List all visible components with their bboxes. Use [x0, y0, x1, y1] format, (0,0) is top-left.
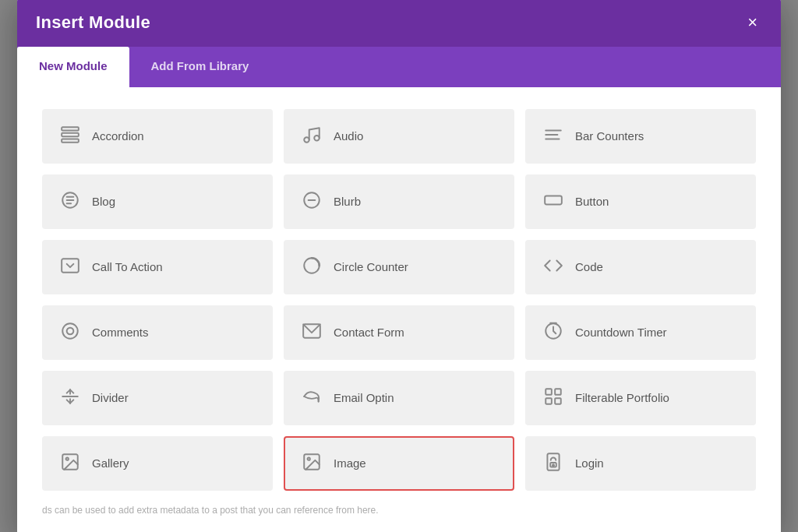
comments-label: Comments	[92, 326, 149, 339]
blurb-label: Blurb	[334, 195, 361, 208]
module-bar-counters[interactable]: Bar Counters	[525, 109, 756, 164]
audio-label: Audio	[334, 129, 363, 143]
email-optin-label: Email Optin	[334, 391, 394, 404]
svg-point-3	[304, 137, 309, 143]
accordion-icon	[59, 125, 81, 148]
tab-bar: New Module Add From Library	[17, 47, 781, 87]
module-accordion[interactable]: Accordion	[42, 109, 273, 164]
svg-point-4	[314, 136, 320, 141]
svg-point-30	[308, 457, 310, 460]
comments-icon	[59, 321, 81, 344]
modal-title: Insert Module	[36, 12, 150, 33]
accordion-label: Accordion	[92, 129, 144, 143]
image-label: Image	[334, 456, 366, 470]
audio-icon	[301, 125, 323, 148]
login-label: Login	[575, 456, 604, 470]
module-email-optin[interactable]: Email Optin	[284, 371, 514, 425]
module-image[interactable]: Image	[284, 436, 514, 491]
tab-add-from-library[interactable]: Add From Library	[129, 47, 271, 87]
footer-note: ds can be used to add extra metadata to …	[42, 505, 756, 516]
button-icon	[542, 190, 564, 213]
module-blurb[interactable]: Blurb	[284, 174, 514, 229]
modal-header: Insert Module ×	[17, 0, 781, 47]
svg-point-15	[67, 327, 74, 334]
module-button[interactable]: Button	[525, 174, 756, 229]
svg-rect-0	[62, 127, 79, 130]
module-contact-form[interactable]: Contact Form	[284, 305, 514, 360]
contact-form-icon	[301, 321, 323, 344]
module-call-to-action[interactable]: Call To Action	[42, 240, 273, 294]
button-label: Button	[575, 195, 609, 208]
bar-counters-icon	[542, 125, 564, 148]
module-audio[interactable]: Audio	[284, 109, 514, 164]
svg-rect-23	[546, 389, 552, 395]
module-code[interactable]: Code	[525, 240, 756, 294]
modal-body: Accordion Audio Bar Counters	[17, 87, 781, 533]
svg-rect-31	[547, 453, 559, 470]
divider-icon	[59, 386, 81, 410]
gallery-icon	[59, 452, 81, 475]
svg-point-14	[62, 323, 78, 339]
svg-rect-24	[555, 389, 561, 395]
call-to-action-icon	[59, 255, 81, 279]
blurb-icon	[301, 190, 323, 213]
circle-counter-label: Circle Counter	[334, 260, 408, 273]
countdown-timer-icon	[542, 321, 564, 344]
svg-rect-25	[546, 398, 552, 404]
module-login[interactable]: Login	[525, 436, 756, 491]
module-comments[interactable]: Comments	[42, 305, 273, 360]
module-gallery[interactable]: Gallery	[42, 436, 273, 491]
bar-counters-label: Bar Counters	[575, 129, 644, 143]
code-icon	[542, 255, 564, 279]
svg-rect-1	[62, 132, 79, 136]
filterable-portfolio-icon	[542, 386, 564, 410]
contact-form-label: Contact Form	[334, 326, 404, 339]
svg-rect-11	[545, 196, 562, 204]
module-blog[interactable]: Blog	[42, 174, 273, 229]
email-optin-icon	[301, 386, 323, 410]
countdown-timer-label: Countdown Timer	[575, 326, 667, 339]
svg-point-28	[66, 457, 69, 460]
insert-module-modal: Insert Module × New Module Add From Libr…	[17, 0, 781, 532]
circle-counter-icon	[301, 255, 323, 279]
blog-label: Blog	[92, 195, 115, 208]
call-to-action-label: Call To Action	[92, 260, 163, 273]
tab-new-module[interactable]: New Module	[17, 47, 129, 87]
modules-grid: Accordion Audio Bar Counters	[42, 109, 756, 491]
divider-label: Divider	[92, 391, 129, 404]
blog-icon	[59, 190, 81, 213]
filterable-portfolio-label: Filterable Portfolio	[575, 391, 669, 404]
close-button[interactable]: ×	[743, 12, 762, 33]
module-countdown-timer[interactable]: Countdown Timer	[525, 305, 756, 360]
gallery-label: Gallery	[92, 456, 129, 470]
module-divider[interactable]: Divider	[42, 371, 273, 425]
login-icon	[542, 452, 564, 475]
svg-rect-12	[62, 259, 79, 272]
image-icon	[301, 452, 323, 475]
svg-point-33	[553, 464, 554, 466]
svg-rect-26	[555, 398, 561, 404]
module-circle-counter[interactable]: Circle Counter	[284, 240, 514, 294]
svg-rect-2	[62, 139, 79, 142]
modal-overlay: Insert Module × New Module Add From Libr…	[0, 0, 798, 532]
code-label: Code	[575, 260, 603, 273]
module-filterable-portfolio[interactable]: Filterable Portfolio	[525, 371, 756, 425]
